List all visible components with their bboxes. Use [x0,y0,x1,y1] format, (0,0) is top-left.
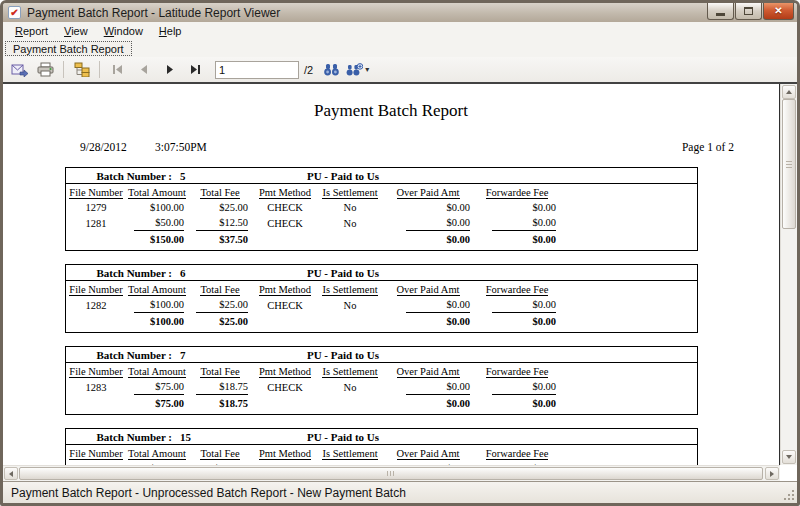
toggle-group-tree-icon [74,62,90,77]
column-header: Total Fee [188,281,252,297]
horizontal-scroll-thumb[interactable] [19,467,763,480]
column-header: Forwardee Fee [474,363,560,379]
total-cell: $150.00 [126,231,188,250]
print-button[interactable] [33,59,58,81]
column-header: Pmt Method [252,363,318,379]
toggle-group-tree-button[interactable] [69,59,94,81]
cell: $18.75 [188,379,252,395]
batch-header: Batch Number :7 PU - Paid to Us [66,347,697,363]
batch-table: Batch Number :5 PU - Paid to Us File Num… [65,167,698,251]
scroll-right-button[interactable] [765,467,779,480]
cell: $75.00 [126,379,188,395]
scroll-down-button[interactable] [782,450,796,464]
total-cell [66,395,126,414]
column-header-row: File NumberTotal AmountTotal FeePmt Meth… [66,363,697,379]
batch-number-label: Batch Number : [66,429,172,445]
cell: $0.00 [382,200,474,215]
report-page: Payment Batch Report 9/28/2012 3:07:50PM… [3,84,780,465]
batch-grid: File NumberTotal AmountTotal FeePmt Meth… [66,184,697,250]
report-page-number: Page 1 of 2 [682,141,734,153]
column-header: Total Amount [126,363,188,379]
totals-row: $75.00$18.75$0.00$0.00 [66,395,697,414]
arrow-up-icon [786,90,792,94]
total-cell [318,231,382,250]
totals-row: $150.00$37.50$0.00$0.00 [66,231,697,250]
find-text-button[interactable] [319,59,344,81]
first-page-button[interactable] [105,59,130,81]
column-header: Total Amount [126,445,188,461]
batch-table: Batch Number :15 PU - Paid to Us File Nu… [65,428,698,465]
maximize-button[interactable] [735,3,762,20]
batch-grid: File NumberTotal AmountTotal FeePmt Meth… [66,281,697,332]
total-cell: $18.75 [188,395,252,414]
title-bar[interactable]: ✔ Payment Batch Report - Latitude Report… [3,3,797,22]
batch-header: Batch Number :6 PU - Paid to Us [66,265,697,281]
last-page-button[interactable] [183,59,208,81]
prev-page-button[interactable] [131,59,156,81]
column-header-row: File NumberTotal AmountTotal FeePmt Meth… [66,184,697,200]
cell: CHECK [252,215,318,231]
batch-grid: File NumberTotal AmountTotal FeePmt Meth… [66,363,697,414]
next-page-button[interactable] [157,59,182,81]
toolbar-separator [63,61,64,78]
cell: CHECK [252,200,318,215]
cell: $0.00 [474,297,560,313]
horizontal-scrollbar[interactable] [3,465,780,481]
cell: $0.00 [474,200,560,215]
vertical-scrollbar[interactable] [780,84,797,465]
cell: $25.00 [188,297,252,313]
menu-item-help[interactable]: Help [151,23,190,39]
menu-item-view[interactable]: View [56,23,96,39]
total-cell [66,313,126,332]
tab-strip: Payment Batch Report [3,40,797,57]
total-cell: $0.00 [382,395,474,414]
cell: $0.00 [382,379,474,395]
close-button[interactable]: ✕ [763,3,794,20]
minimize-icon [716,13,725,16]
batch-number-value: 15 [180,431,191,443]
first-page-icon [112,65,123,74]
prev-page-icon [140,65,148,74]
cell: No [318,215,382,231]
zoom-icon [346,63,363,76]
column-header-row: File NumberTotal AmountTotal FeePmt Meth… [66,445,697,461]
column-header: Total Fee [188,184,252,200]
report-viewer-window: ✔ Payment Batch Report - Latitude Report… [0,0,800,506]
report-time: 3:07:50PM [155,141,207,153]
minimize-button[interactable] [707,3,734,20]
scroll-left-button[interactable] [4,467,18,480]
total-cell [66,231,126,250]
total-cell: $100.00 [126,313,188,332]
cell: No [318,297,382,313]
report-title: Payment Batch Report [3,101,779,122]
cell: $100.00 [126,200,188,215]
batch-type-label: PU - Paid to Us [307,265,379,281]
batch-grid: File NumberTotal AmountTotal FeePmt Meth… [66,445,697,465]
cell: $0.00 [474,379,560,395]
column-header: Over Paid Amt [382,445,474,461]
batch-number-value: 7 [180,349,186,361]
column-header: Total Fee [188,363,252,379]
menu-item-report[interactable]: Report [7,23,56,39]
tab-payment-batch-report[interactable]: Payment Batch Report [5,41,132,56]
cell: 1279 [66,200,126,215]
table-row: 1281$50.00$12.50CHECKNo$0.00$0.00 [66,215,697,231]
column-header: File Number [66,184,126,200]
zoom-button[interactable]: ▾ [345,59,370,81]
batch-number-value: 6 [180,267,186,279]
total-cell [252,231,318,250]
toolbar: /2 ▾ [3,57,797,84]
menu-item-window[interactable]: Window [96,23,151,39]
page-number-input[interactable] [215,61,299,79]
cell: $0.00 [382,297,474,313]
total-cell: $0.00 [382,313,474,332]
export-button[interactable] [7,59,32,81]
cell: 1281 [66,215,126,231]
scroll-up-button[interactable] [782,85,796,99]
resize-grip[interactable] [784,490,795,501]
column-header: Forwardee Fee [474,184,560,200]
total-cell [318,395,382,414]
vertical-scroll-thumb[interactable] [782,99,796,229]
column-header: Pmt Method [252,184,318,200]
report-date: 9/28/2012 [80,141,127,153]
